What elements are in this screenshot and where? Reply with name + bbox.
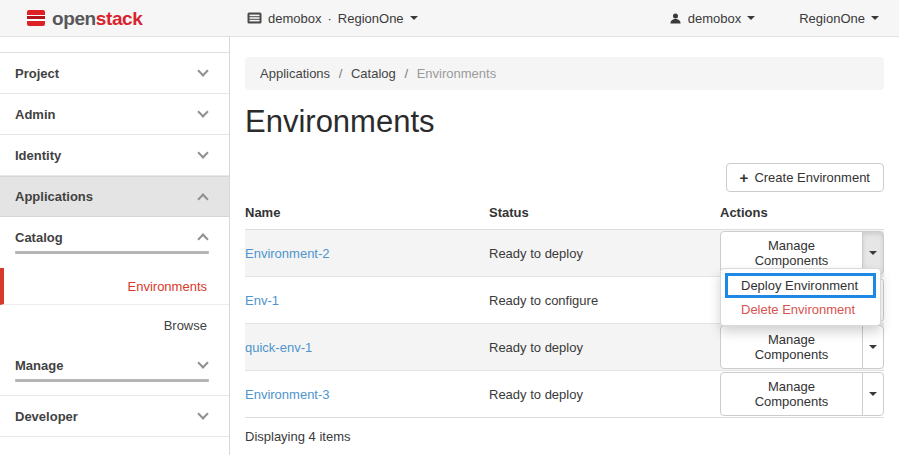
sidebar-group-label: Manage: [15, 358, 63, 373]
chevron-up-icon: [197, 233, 208, 244]
table-toolbar: + Create Environment: [245, 163, 884, 192]
top-header: openstack demobox · RegionOne demobox Re…: [0, 0, 899, 37]
chevron-down-icon: [197, 357, 208, 368]
items-count-text: Displaying 4 items: [245, 418, 884, 455]
caret-down-icon: [869, 345, 877, 349]
environment-status: Ready to deploy: [489, 340, 583, 355]
caret-down-icon: [869, 251, 877, 255]
column-header-name[interactable]: Name: [245, 199, 489, 230]
sidebar-item-label: Admin: [15, 107, 55, 122]
main-content: Applications / Catalog / Environments En…: [230, 37, 899, 455]
breadcrumb-separator: /: [339, 66, 343, 81]
sidebar-item-label: Project: [15, 66, 59, 81]
project-list-icon: [247, 12, 262, 24]
wordmark-stack: stack: [96, 8, 143, 29]
breadcrumb-catalog[interactable]: Catalog: [351, 66, 396, 81]
chevron-down-icon: [197, 408, 208, 419]
sidebar-group-catalog[interactable]: Catalog: [0, 217, 229, 248]
sidebar-item-label: Applications: [15, 189, 93, 204]
openstack-logo-icon: [27, 10, 45, 26]
environment-status: Ready to deploy: [489, 387, 583, 402]
sidebar-nav: Project Admin Identity Applications Cata…: [0, 37, 230, 455]
caret-down-icon: [410, 16, 418, 20]
user-menu[interactable]: demobox: [669, 11, 755, 26]
chevron-up-icon: [197, 193, 208, 204]
manage-components-button[interactable]: Manage Components: [720, 372, 863, 416]
breadcrumb-current: Environments: [417, 66, 496, 81]
sidebar-item-environments[interactable]: Environments: [0, 268, 229, 305]
sidebar-group-label: Catalog: [15, 230, 63, 245]
plus-icon: +: [740, 171, 749, 184]
sidebar-top-strip: [0, 37, 229, 53]
caret-down-icon: [869, 392, 877, 396]
sidebar-item-admin[interactable]: Admin: [0, 94, 229, 135]
environment-name-link[interactable]: Env-1: [245, 293, 279, 308]
sidebar-item-label: Identity: [15, 148, 61, 163]
openstack-brand[interactable]: openstack: [0, 9, 230, 28]
catalog-underline: [15, 251, 209, 254]
column-header-actions: Actions: [720, 199, 884, 230]
sidebar-item-label: Browse: [164, 318, 207, 333]
region-menu-label: RegionOne: [799, 11, 865, 26]
environments-table: Name Status Actions Environment-2 Ready …: [245, 199, 884, 455]
deploy-environment-menu-item[interactable]: Deploy Environment: [725, 273, 876, 298]
manage-components-button[interactable]: Manage Components: [720, 325, 863, 369]
page-title: Environments: [245, 104, 884, 140]
table-footer-row: Displaying 4 items: [245, 418, 884, 455]
column-header-status[interactable]: Status: [489, 199, 720, 230]
sidebar-group-manage[interactable]: Manage: [0, 345, 229, 376]
table-row: quick-env-1 Ready to deploy Manage Compo…: [245, 324, 884, 371]
environment-name-link[interactable]: quick-env-1: [245, 340, 312, 355]
caret-down-icon: [871, 16, 879, 20]
caret-down-icon: [747, 16, 755, 20]
header-right-menus: demobox RegionOne: [669, 11, 899, 26]
sidebar-item-label: Environments: [128, 279, 207, 294]
chevron-down-icon: [197, 147, 208, 158]
sidebar-item-browse[interactable]: Browse: [0, 305, 229, 345]
switcher-project-label: demobox: [268, 11, 321, 26]
user-icon: [669, 12, 682, 25]
chevron-down-icon: [197, 65, 208, 76]
row-actions-dropdown-toggle[interactable]: [862, 325, 884, 369]
breadcrumb-applications[interactable]: Applications: [260, 66, 330, 81]
sidebar-item-project[interactable]: Project: [0, 53, 229, 94]
manage-underline: [15, 379, 209, 382]
row-action-group: Manage Components: [720, 372, 884, 416]
sidebar-item-label: Developer: [15, 409, 78, 424]
create-environment-label: Create Environment: [754, 170, 870, 185]
switcher-separator: ·: [327, 11, 331, 26]
table-header-row: Name Status Actions: [245, 199, 884, 230]
row-actions-dropdown-toggle[interactable]: [862, 372, 884, 416]
sidebar-item-applications[interactable]: Applications: [0, 176, 229, 217]
region-menu[interactable]: RegionOne: [799, 11, 879, 26]
environment-name-link[interactable]: Environment-3: [245, 387, 330, 402]
environment-status: Ready to deploy: [489, 246, 583, 261]
project-region-switcher[interactable]: demobox · RegionOne: [247, 11, 418, 26]
user-menu-label: demobox: [688, 11, 741, 26]
openstack-wordmark: openstack: [52, 9, 142, 28]
environment-status: Ready to configure: [489, 293, 598, 308]
create-environment-button[interactable]: + Create Environment: [726, 163, 884, 192]
chevron-down-icon: [197, 106, 208, 117]
environment-name-link[interactable]: Environment-2: [245, 246, 330, 261]
application-window: openstack demobox · RegionOne demobox Re…: [0, 0, 899, 455]
sidebar-item-developer[interactable]: Developer: [0, 396, 229, 437]
switcher-region-label: RegionOne: [338, 11, 404, 26]
breadcrumb: Applications / Catalog / Environments: [245, 57, 884, 90]
row-actions-dropdown-menu: Deploy Environment Delete Environment: [720, 268, 881, 326]
breadcrumb-separator: /: [404, 66, 408, 81]
wordmark-open: open: [52, 8, 96, 29]
row-action-group: Manage Components: [720, 325, 884, 369]
delete-environment-menu-item[interactable]: Delete Environment: [721, 298, 880, 321]
sidebar-item-identity[interactable]: Identity: [0, 135, 229, 176]
table-row: Environment-3 Ready to deploy Manage Com…: [245, 371, 884, 418]
